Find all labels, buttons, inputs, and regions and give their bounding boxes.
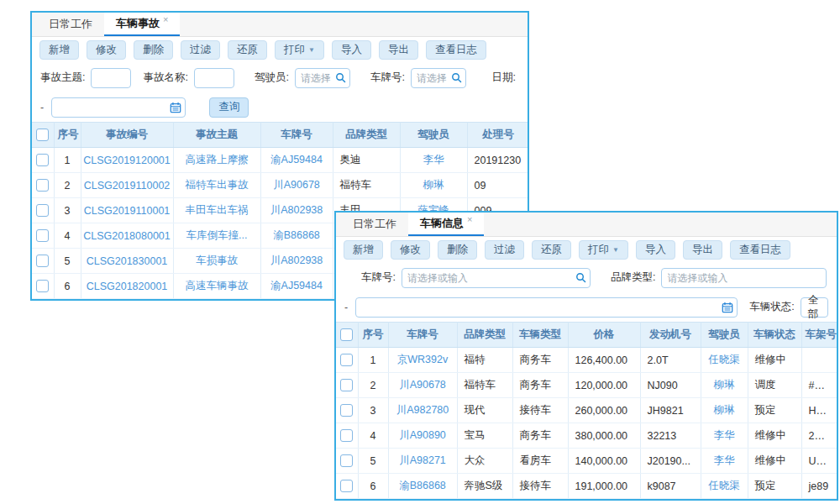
table-cell: 川A982780 [388,398,457,423]
cell-link[interactable]: CLSG2019120001 [83,155,171,166]
cell-link[interactable]: CLSG2018080001 [83,230,171,242]
modify-button[interactable]: 修改 [87,40,126,60]
row-checkbox[interactable] [36,255,49,267]
cell-link[interactable]: 车库倒车撞... [186,229,248,241]
cell-link[interactable]: 京WR392v [397,354,448,365]
cell-link[interactable]: 福特车出事故 [186,179,249,191]
cell-link[interactable]: 柳琳 [714,379,735,391]
row-checkbox[interactable] [36,229,49,242]
print-button[interactable]: 打印▼ [579,240,628,260]
cell-link[interactable]: 川A982780 [396,404,449,416]
cell-link[interactable]: CLSG2019110002 [84,180,171,192]
view-log-button[interactable]: 查看日志 [730,240,790,260]
delete-button[interactable]: 删除 [134,40,173,60]
row-checkbox[interactable] [36,154,49,166]
cell-link[interactable]: 高速路上摩擦 [186,154,249,165]
row-checkbox[interactable] [36,204,49,217]
cell-link[interactable]: 川A90890 [399,429,446,441]
close-icon[interactable]: × [467,215,472,224]
brand-combo-input[interactable] [661,268,827,288]
restore-button[interactable]: 还原 [228,40,267,60]
cell-link[interactable]: 李华 [714,429,735,441]
calendar-icon[interactable] [170,102,181,113]
date-end-input[interactable] [355,297,738,318]
table-cell: 维修中 [748,449,801,474]
table-cell: 商务车 [512,423,568,449]
toolbar: 新增修改删除过滤还原打印▼导入导出查看日志 [32,37,528,63]
table-cell: 2 [54,173,81,198]
add-button[interactable]: 新增 [39,40,79,60]
table-cell: 预定 [748,474,801,499]
cell-link[interactable]: CLSG201830001 [87,255,168,267]
export-button[interactable]: 导出 [683,240,722,260]
row-checkbox[interactable] [36,280,49,292]
search-icon[interactable] [451,72,462,83]
cell-link[interactable]: 川A802938 [270,255,323,266]
date-end-input[interactable] [51,97,186,118]
add-button[interactable]: 新增 [344,240,383,260]
tab-vehicle-info[interactable]: 车辆信息 × [408,213,484,236]
table-cell: 140,000.00 [568,449,640,474]
cell-link[interactable]: 高速车辆事故 [186,280,249,291]
vehicle-status-select[interactable]: 全部 [801,297,828,318]
row-checkbox[interactable] [340,379,353,391]
table-cell: 李华 [701,423,748,449]
select-all-checkbox[interactable] [36,129,49,141]
cell-link[interactable]: CLSG201820001 [87,281,168,292]
cell-link[interactable]: 川A90678 [399,379,446,391]
export-button[interactable]: 导出 [379,40,418,60]
table-cell: 京WR392v [388,348,457,373]
checkbox-cell [32,223,54,249]
cell-link[interactable]: CLSG2019110001 [84,205,171,217]
row-checkbox[interactable] [340,480,353,492]
cell-link[interactable]: 李华 [423,154,444,165]
tab-daily-work[interactable]: 日常工作 [341,213,408,236]
calendar-icon[interactable] [722,302,733,313]
search-icon[interactable] [335,72,346,83]
filter-button[interactable]: 过滤 [181,40,220,60]
view-log-button[interactable]: 查看日志 [426,40,486,60]
accident-name-input[interactable] [194,68,234,88]
cell-link[interactable]: 渝AJ59484 [270,154,323,165]
plate-combo-input[interactable] [402,268,591,288]
cell-link[interactable]: 丰田车出车祸 [186,204,249,216]
row-checkbox[interactable] [340,454,353,467]
cell-link[interactable]: 柳琳 [423,179,444,191]
cell-link[interactable]: 李华 [714,454,735,466]
table-cell: 李华 [701,449,748,474]
accident-subject-input[interactable] [91,68,131,88]
checkbox-cell [336,373,358,398]
column-header: 车架号 [801,323,837,348]
import-button[interactable]: 导入 [636,240,675,260]
filter-button[interactable]: 过滤 [485,240,524,260]
modify-button[interactable]: 修改 [391,240,430,260]
row-checkbox[interactable] [36,179,49,192]
close-icon[interactable]: × [163,15,168,24]
cell-link[interactable]: 川A90678 [273,179,320,191]
cell-link[interactable]: 车损事故 [196,255,238,266]
select-all-checkbox[interactable] [340,328,353,341]
import-button[interactable]: 导入 [332,40,371,60]
row-checkbox[interactable] [340,354,353,366]
query-button[interactable]: 查询 [209,97,249,118]
row-checkbox[interactable] [340,429,353,442]
cell-link[interactable]: 渝AJ59484 [270,280,323,291]
tab-daily-work[interactable]: 日常工作 [37,13,104,36]
row-checkbox[interactable] [340,404,353,417]
print-button[interactable]: 打印▼ [275,40,324,60]
cell-link[interactable]: 渝B86868 [273,229,320,241]
cell-link[interactable]: 柳琳 [714,404,735,416]
cell-link[interactable]: 川A98271 [399,454,446,466]
table-cell: 120,000.00 [568,373,640,398]
table-cell: 车损事故 [173,249,260,274]
delete-button[interactable]: 删除 [438,240,477,260]
search-icon[interactable] [575,272,586,283]
cell-link[interactable]: 渝B86868 [399,480,446,491]
tab-vehicle-accidents[interactable]: 车辆事故 × [104,13,180,36]
cell-link[interactable]: 任晓渠 [708,354,740,365]
table-cell: 2 [358,373,388,398]
cell-link[interactable]: 任晓渠 [708,480,740,491]
cell-link[interactable]: 川A802938 [270,204,323,216]
accident-name-label: 事故名称: [143,71,187,85]
restore-button[interactable]: 还原 [532,240,571,260]
